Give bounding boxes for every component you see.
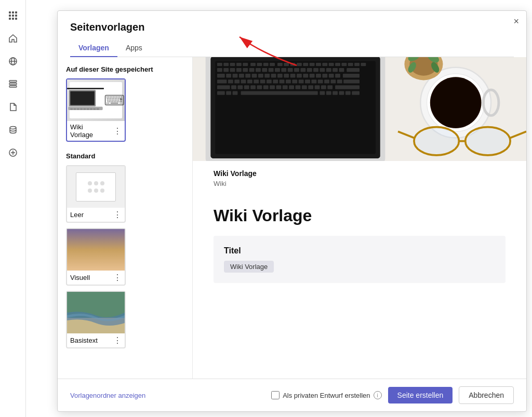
svg-rect-29 [93, 109, 96, 110]
svg-rect-1 [12, 11, 14, 14]
nav-file-icon[interactable] [4, 98, 22, 116]
more-menu-leer-icon[interactable]: ⋮ [113, 210, 122, 220]
svg-rect-90 [258, 74, 263, 77]
svg-rect-105 [228, 79, 233, 83]
svg-rect-148 [332, 91, 338, 95]
nav-layers-icon[interactable] [4, 75, 22, 93]
svg-rect-104 [217, 79, 227, 83]
preview-section-tag: Wiki Vorlage [224, 261, 274, 273]
svg-rect-67 [243, 68, 248, 72]
nav-grid-icon[interactable] [4, 6, 22, 25]
svg-rect-45 [250, 63, 256, 66]
svg-rect-77 [307, 68, 312, 72]
template-card-name-leer: Leer [70, 211, 84, 219]
svg-rect-82 [339, 68, 344, 72]
svg-rect-132 [276, 85, 282, 89]
svg-rect-22 [70, 109, 73, 110]
more-menu-visuell-icon[interactable]: ⋮ [113, 273, 122, 283]
template-card-leer[interactable]: Leer ⋮ [66, 165, 126, 223]
svg-rect-126 [237, 85, 243, 89]
svg-rect-54 [310, 63, 315, 66]
svg-rect-8 [15, 18, 17, 20]
svg-rect-58 [335, 63, 340, 66]
svg-rect-28 [90, 109, 92, 110]
svg-rect-94 [284, 74, 289, 77]
private-draft-checkbox[interactable] [271, 391, 280, 399]
svg-rect-87 [239, 74, 244, 77]
svg-rect-12 [9, 80, 17, 82]
svg-rect-74 [288, 68, 293, 72]
svg-rect-141 [335, 85, 360, 89]
nav-add-circle-icon[interactable] [4, 143, 22, 162]
more-menu-basistext-icon[interactable]: ⋮ [113, 335, 122, 345]
svg-rect-150 [345, 91, 351, 95]
template-card-basistext[interactable]: Basistext ⋮ [66, 291, 126, 348]
hero-scene [193, 57, 526, 161]
svg-rect-14 [9, 86, 17, 87]
svg-rect-79 [320, 68, 325, 72]
svg-rect-63 [217, 68, 222, 72]
tab-apps[interactable]: Apps [117, 39, 151, 57]
section-standard-label: Standard [66, 152, 184, 160]
tab-vorlagen[interactable]: Vorlagen [70, 39, 117, 57]
svg-rect-122 [337, 79, 342, 83]
svg-rect-113 [280, 79, 285, 83]
nav-database-icon[interactable] [4, 120, 22, 139]
svg-rect-140 [327, 85, 332, 89]
template-card-footer-wiki: WikiVorlage ⋮ [67, 121, 125, 141]
section-saved-label: Auf dieser Site gespeichert [66, 65, 184, 73]
svg-rect-96 [297, 74, 302, 77]
private-draft-label[interactable]: Als privaten Entwurf erstellen [283, 392, 370, 399]
nav-home-icon[interactable] [4, 29, 22, 48]
svg-rect-43 [236, 63, 242, 66]
dialog-header: Seitenvorlagen Vorlagen Apps [58, 11, 526, 57]
svg-point-15 [10, 127, 16, 129]
more-menu-wiki-icon[interactable]: ⋮ [113, 126, 122, 136]
svg-rect-7 [12, 18, 14, 20]
svg-rect-114 [286, 79, 291, 83]
svg-rect-59 [341, 63, 347, 66]
close-button[interactable]: × [513, 16, 519, 27]
svg-rect-95 [290, 74, 296, 77]
preview-template-category: Wiki [193, 180, 526, 191]
svg-rect-137 [308, 85, 313, 89]
svg-rect-149 [339, 91, 344, 95]
template-card-wiki-vorlage[interactable]: WikiVorlage ⋮ [66, 78, 126, 142]
dialog-title: Seitenvorlagen [70, 21, 514, 33]
svg-rect-97 [303, 74, 308, 77]
svg-rect-111 [267, 79, 272, 83]
svg-rect-44 [243, 63, 248, 66]
create-page-button[interactable]: Seite erstellen [388, 387, 453, 403]
svg-rect-108 [247, 79, 252, 83]
svg-rect-151 [352, 91, 360, 95]
footer-left: Vorlagenordner anzeigen [70, 392, 145, 399]
svg-rect-42 [230, 63, 235, 66]
svg-point-169 [415, 128, 457, 154]
nav-globe-icon[interactable] [4, 52, 22, 71]
svg-rect-73 [281, 68, 286, 72]
info-icon[interactable]: i [374, 391, 382, 399]
preview-section: Titel Wiki Vorlage [214, 236, 506, 283]
svg-rect-20 [70, 91, 95, 105]
preview-main-title: Wiki Vorlage [214, 206, 506, 225]
svg-rect-129 [257, 85, 262, 89]
svg-rect-85 [226, 74, 231, 77]
folder-link[interactable]: Vorlagenordner anzeigen [70, 392, 145, 399]
svg-rect-109 [254, 79, 259, 83]
svg-rect-47 [263, 63, 269, 66]
svg-rect-84 [217, 74, 225, 77]
svg-rect-26 [84, 109, 86, 110]
template-card-visuell[interactable]: Visuell ⋮ [66, 228, 126, 286]
svg-rect-40 [217, 63, 222, 66]
svg-rect-64 [223, 68, 229, 72]
svg-rect-53 [303, 63, 308, 66]
svg-rect-143 [226, 91, 231, 95]
svg-rect-23 [74, 109, 76, 110]
svg-rect-146 [320, 91, 325, 95]
svg-rect-24 [77, 109, 79, 110]
svg-rect-57 [329, 63, 334, 66]
svg-rect-91 [264, 74, 270, 77]
svg-rect-88 [245, 74, 250, 77]
svg-rect-124 [217, 85, 230, 89]
cancel-button[interactable]: Abbrechen [459, 386, 514, 404]
